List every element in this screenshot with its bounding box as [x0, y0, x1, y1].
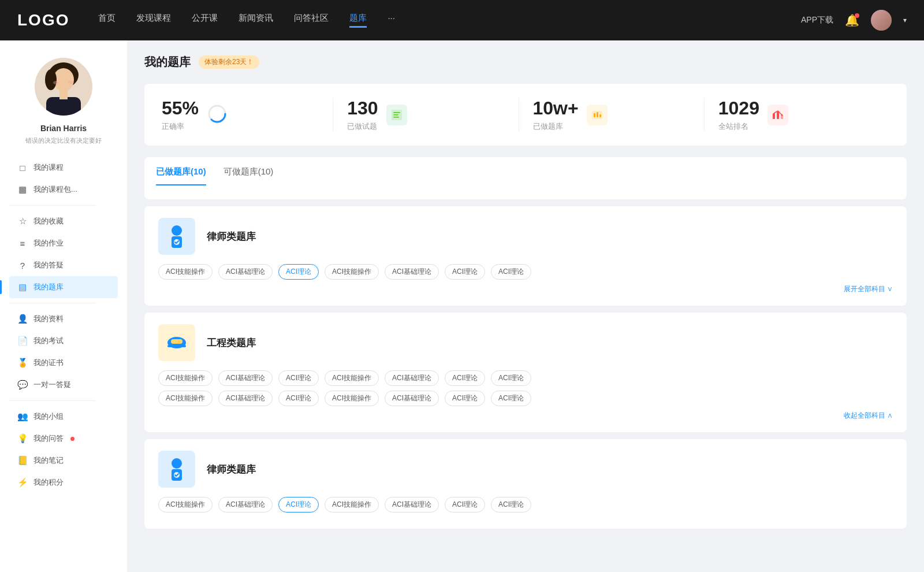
svg-point-21: [781, 114, 783, 116]
nav-open-course[interactable]: 公开课: [192, 13, 218, 28]
svg-point-6: [53, 81, 59, 84]
tag-3-6[interactable]: ACI理论: [491, 497, 531, 512]
sidebar-item-my-qa[interactable]: 💡 我的问答: [9, 428, 118, 450]
avatar-dropdown-icon[interactable]: ▾: [903, 16, 907, 24]
tag-2-9[interactable]: ACI理论: [278, 391, 319, 406]
tag-2-7[interactable]: ACI技能操作: [158, 391, 213, 406]
sidebar-label-profile: 我的资料: [33, 314, 64, 324]
stat-done-banks-value-group: 10w+ 已做题库: [533, 98, 579, 132]
tag-3-3[interactable]: ACI技能操作: [325, 497, 379, 512]
sidebar-label-homework: 我的作业: [33, 238, 64, 248]
sidebar-label-course: 我的课程: [33, 162, 64, 173]
tag-2-1[interactable]: ACI基础理论: [218, 370, 273, 386]
expand-btn-1[interactable]: 展开全部科目 ∨: [158, 284, 893, 294]
sidebar-item-qbank[interactable]: ▤ 我的题库: [9, 276, 118, 298]
tag-3-1[interactable]: ACI基础理论: [218, 497, 273, 512]
svg-rect-27: [171, 339, 182, 344]
tag-2-4[interactable]: ACI基础理论: [385, 370, 439, 386]
tag-2-6[interactable]: ACI理论: [491, 370, 531, 386]
tag-3-0[interactable]: ACI技能操作: [158, 497, 213, 512]
qbank-item-2: 工程类题库 ACI技能操作 ACI基础理论 ACI理论 ACI技能操作 ACI基…: [144, 313, 907, 432]
tag-2-0[interactable]: ACI技能操作: [158, 370, 213, 386]
sidebar-item-homework[interactable]: ≡ 我的作业: [9, 232, 118, 254]
logo: LOGO: [17, 11, 69, 29]
tag-2-13[interactable]: ACI理论: [491, 391, 531, 406]
tag-2-12[interactable]: ACI理论: [445, 391, 485, 406]
nav-more[interactable]: ···: [388, 13, 395, 28]
stat-done-banks: 10w+ 已做题库: [519, 98, 705, 132]
tag-2-8[interactable]: ACI基础理论: [218, 391, 273, 406]
svg-rect-11: [393, 112, 400, 113]
stat-done-questions: 130 已做试题: [333, 98, 519, 132]
sidebar-label-group: 我的小组: [33, 411, 64, 422]
nav-qa[interactable]: 问答社区: [294, 13, 329, 28]
svg-rect-17: [599, 114, 601, 117]
sidebar-item-one-on-one[interactable]: 💬 一对一答疑: [9, 374, 118, 396]
sidebar-avatar: [35, 58, 92, 116]
page-title: 我的题库: [144, 54, 191, 70]
tag-2-3[interactable]: ACI技能操作: [325, 370, 379, 386]
sidebar-item-favorites[interactable]: ☆ 我的收藏: [9, 210, 118, 232]
stat-done-banks-label: 已做题库: [533, 121, 579, 132]
tag-1-0[interactable]: ACI技能操作: [158, 264, 213, 280]
sidebar-label-one-on-one: 一对一答疑: [33, 380, 71, 390]
tag-1-4[interactable]: ACI基础理论: [385, 264, 439, 280]
app-download-link[interactable]: APP下载: [801, 15, 833, 25]
stat-accuracy-value: 55%: [162, 98, 199, 119]
trial-badge: 体验剩余23天！: [199, 55, 259, 69]
tag-2-10[interactable]: ACI技能操作: [325, 391, 379, 406]
homework-icon: ≡: [17, 239, 28, 248]
tag-3-5[interactable]: ACI理论: [445, 497, 485, 512]
certificate-icon: 🏅: [17, 358, 28, 368]
tab-available[interactable]: 可做题库(10): [223, 166, 274, 185]
sidebar-label-points: 我的积分: [33, 477, 64, 488]
tag-1-5[interactable]: ACI理论: [445, 264, 485, 280]
sidebar-item-course[interactable]: □ 我的课程: [9, 157, 118, 179]
qbank-icon-1: [158, 218, 195, 255]
svg-rect-13: [393, 117, 399, 118]
nav-news[interactable]: 新闻资讯: [239, 13, 273, 28]
qbank-icon: ▤: [17, 282, 28, 292]
notification-bell[interactable]: 🔔: [845, 13, 859, 27]
tag-3-4[interactable]: ACI基础理论: [385, 497, 439, 512]
tag-2-5[interactable]: ACI理论: [445, 370, 485, 386]
qbank-header-1: 律师类题库: [158, 218, 893, 255]
svg-rect-4: [46, 97, 81, 116]
tag-1-6[interactable]: ACI理论: [491, 264, 531, 280]
tag-2-11[interactable]: ACI基础理论: [385, 391, 439, 406]
svg-rect-12: [393, 114, 398, 116]
svg-point-22: [172, 225, 182, 236]
one-on-one-icon: 💬: [17, 380, 28, 390]
main-layout: Brian Harris 错误的决定比没有决定要好 □ 我的课程 ▦ 我的课程包…: [0, 40, 924, 572]
stats-card: 55% 正确率 130 已做试题: [144, 84, 907, 146]
nav-discover[interactable]: 发现课程: [136, 13, 171, 28]
sidebar-item-questions[interactable]: ? 我的答疑: [9, 254, 118, 276]
tab-done[interactable]: 已做题库(10): [156, 166, 206, 185]
sidebar-label-notes: 我的笔记: [33, 455, 64, 466]
course-package-icon: ▦: [17, 184, 28, 195]
sidebar-motto: 错误的决定比没有决定要好: [20, 136, 107, 145]
tag-1-3[interactable]: ACI技能操作: [325, 264, 379, 280]
nav-home[interactable]: 首页: [98, 13, 116, 28]
sidebar-label-qbank: 我的题库: [33, 282, 64, 292]
tag-3-2[interactable]: ACI理论: [278, 497, 319, 512]
tag-2-2[interactable]: ACI理论: [278, 370, 319, 386]
accuracy-icon: [207, 103, 228, 127]
sidebar-item-profile[interactable]: 👤 我的资料: [9, 308, 118, 330]
divider-3: [9, 400, 96, 401]
tag-1-1[interactable]: ACI基础理论: [218, 264, 273, 280]
sidebar-item-notes[interactable]: 📒 我的笔记: [9, 450, 118, 471]
avatar[interactable]: [871, 10, 892, 31]
sidebar-label-course-package: 我的课程包...: [33, 184, 77, 195]
tag-1-2[interactable]: ACI理论: [278, 264, 319, 280]
sidebar-item-group[interactable]: 👥 我的小组: [9, 406, 118, 428]
sidebar-item-course-package[interactable]: ▦ 我的课程包...: [9, 179, 118, 200]
sidebar-item-exam[interactable]: 📄 我的考试: [9, 330, 118, 352]
sidebar-item-points[interactable]: ⚡ 我的积分: [9, 471, 118, 493]
collapse-btn-2[interactable]: 收起全部科目 ∧: [158, 411, 893, 421]
divider-1: [9, 205, 96, 206]
stat-rank-value: 1029: [718, 98, 759, 119]
nav-qbank[interactable]: 题库: [349, 13, 367, 28]
sidebar-username: Brian Harris: [40, 124, 87, 133]
sidebar-item-certificate[interactable]: 🏅 我的证书: [9, 352, 118, 374]
